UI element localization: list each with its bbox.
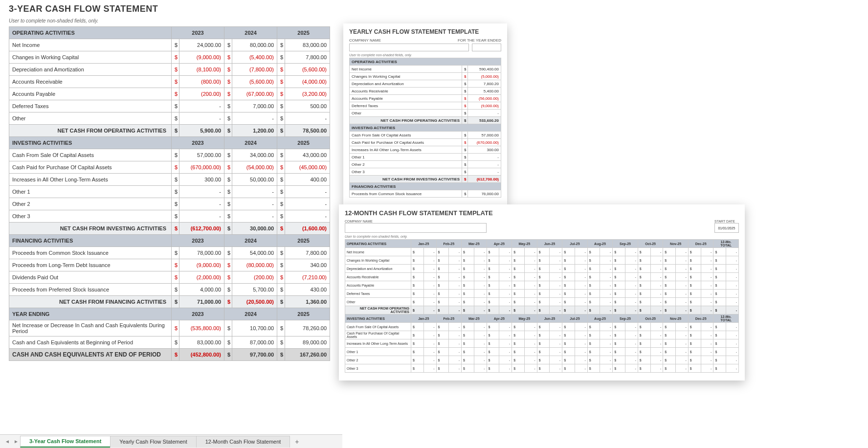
yearly-value[interactable]: - bbox=[468, 161, 501, 168]
monthly-value[interactable]: - bbox=[625, 364, 638, 373]
value-cell[interactable]: (200.00) bbox=[179, 88, 224, 100]
monthly-value[interactable]: - bbox=[726, 248, 739, 256]
monthly-value[interactable]: - bbox=[423, 290, 436, 298]
monthly-value[interactable]: - bbox=[625, 348, 638, 356]
monthly-value[interactable]: - bbox=[550, 323, 562, 331]
monthly-value[interactable]: - bbox=[726, 364, 739, 373]
monthly-value[interactable]: - bbox=[676, 331, 689, 339]
monthly-value[interactable]: - bbox=[676, 248, 689, 256]
value-cell[interactable]: (80,000.00) bbox=[232, 259, 277, 271]
monthly-value[interactable]: - bbox=[449, 331, 462, 339]
monthly-value[interactable]: - bbox=[550, 265, 562, 273]
monthly-value[interactable]: - bbox=[600, 281, 613, 290]
yearly-value[interactable]: - bbox=[468, 110, 501, 117]
value-cell[interactable]: 87,000.00 bbox=[232, 336, 277, 349]
tab-nav-next-icon[interactable]: ► bbox=[12, 437, 21, 446]
monthly-value[interactable]: - bbox=[701, 248, 713, 256]
monthly-value[interactable]: - bbox=[575, 323, 587, 331]
monthly-value[interactable]: - bbox=[600, 364, 613, 373]
monthly-value[interactable]: - bbox=[524, 348, 537, 356]
yearly-value[interactable]: 300.00 bbox=[468, 146, 501, 154]
monthly-value[interactable]: - bbox=[550, 273, 562, 281]
value-cell[interactable]: 430.00 bbox=[285, 284, 330, 296]
value-cell[interactable]: (800.00) bbox=[179, 76, 224, 88]
add-sheet-button[interactable]: + bbox=[292, 438, 302, 446]
monthly-value[interactable]: - bbox=[625, 323, 638, 331]
monthly-value[interactable]: - bbox=[524, 281, 537, 290]
value-cell[interactable]: (7,210.00) bbox=[285, 271, 330, 284]
monthly-value[interactable]: - bbox=[676, 256, 689, 265]
monthly-value[interactable]: - bbox=[499, 273, 512, 281]
monthly-value[interactable]: - bbox=[499, 331, 512, 339]
monthly-value[interactable]: - bbox=[701, 290, 713, 298]
monthly-value[interactable]: - bbox=[474, 356, 487, 364]
value-cell[interactable]: - bbox=[285, 198, 330, 210]
monthly-value[interactable]: - bbox=[650, 256, 663, 265]
monthly-value[interactable]: - bbox=[726, 281, 739, 290]
monthly-value[interactable]: - bbox=[676, 290, 689, 298]
monthly-value[interactable]: - bbox=[474, 348, 487, 356]
monthly-value[interactable]: - bbox=[474, 256, 487, 265]
monthly-value[interactable]: - bbox=[650, 364, 663, 373]
monthly-value[interactable]: - bbox=[449, 248, 462, 256]
monthly-value[interactable]: - bbox=[524, 273, 537, 281]
monthly-value[interactable]: - bbox=[423, 339, 436, 348]
monthly-value[interactable]: - bbox=[449, 298, 462, 306]
monthly-value[interactable]: - bbox=[600, 248, 613, 256]
value-cell[interactable]: 24,000.00 bbox=[179, 39, 224, 51]
monthly-value[interactable]: - bbox=[650, 273, 663, 281]
value-cell[interactable]: (8,100.00) bbox=[179, 64, 224, 76]
monthly-value[interactable]: - bbox=[600, 265, 613, 273]
value-cell[interactable]: 500.00 bbox=[285, 100, 330, 112]
monthly-value[interactable]: - bbox=[575, 339, 587, 348]
monthly-value[interactable]: - bbox=[600, 298, 613, 306]
yearly-value[interactable]: 78,000.00 bbox=[468, 190, 501, 198]
monthly-value[interactable]: - bbox=[701, 281, 713, 290]
value-cell[interactable]: (5,400.00) bbox=[232, 51, 277, 64]
monthly-value[interactable]: - bbox=[726, 256, 739, 265]
monthly-value[interactable]: - bbox=[449, 323, 462, 331]
monthly-value[interactable]: - bbox=[499, 348, 512, 356]
value-cell[interactable]: - bbox=[179, 112, 224, 125]
monthly-value[interactable]: - bbox=[600, 256, 613, 265]
monthly-value[interactable]: - bbox=[676, 356, 689, 364]
value-cell[interactable]: 400.00 bbox=[285, 174, 330, 186]
monthly-value[interactable]: - bbox=[625, 331, 638, 339]
monthly-value[interactable]: - bbox=[676, 298, 689, 306]
monthly-value[interactable]: - bbox=[625, 298, 638, 306]
monthly-value[interactable]: - bbox=[650, 290, 663, 298]
monthly-value[interactable]: - bbox=[650, 331, 663, 339]
value-cell[interactable]: (9,000.00) bbox=[179, 51, 224, 64]
value-cell[interactable]: - bbox=[179, 100, 224, 112]
monthly-value[interactable]: - bbox=[423, 364, 436, 373]
monthly-value[interactable]: - bbox=[676, 273, 689, 281]
monthly-value[interactable]: - bbox=[701, 298, 713, 306]
value-cell[interactable]: - bbox=[179, 186, 224, 198]
monthly-value[interactable]: - bbox=[676, 364, 689, 373]
monthly-value[interactable]: - bbox=[726, 323, 739, 331]
monthly-value[interactable]: - bbox=[600, 356, 613, 364]
monthly-value[interactable]: - bbox=[474, 248, 487, 256]
monthly-value[interactable]: - bbox=[676, 348, 689, 356]
monthly-value[interactable]: - bbox=[575, 298, 587, 306]
monthly-value[interactable]: - bbox=[524, 323, 537, 331]
yearly-value[interactable]: (56,000.00) bbox=[468, 95, 501, 102]
monthly-value[interactable]: - bbox=[499, 356, 512, 364]
value-cell[interactable]: - bbox=[179, 198, 224, 210]
monthly-value[interactable]: - bbox=[600, 331, 613, 339]
monthly-value[interactable]: - bbox=[499, 290, 512, 298]
tab-yearly[interactable]: Yearly Cash Flow Statement bbox=[110, 436, 196, 448]
monthly-value[interactable]: - bbox=[550, 248, 562, 256]
monthly-value[interactable]: - bbox=[449, 348, 462, 356]
monthly-value[interactable]: - bbox=[423, 356, 436, 364]
value-cell[interactable]: 54,000.00 bbox=[232, 247, 277, 259]
monthly-value[interactable]: - bbox=[499, 248, 512, 256]
value-cell[interactable]: (4,000.00) bbox=[285, 76, 330, 88]
monthly-value[interactable]: - bbox=[726, 273, 739, 281]
monthly-value[interactable]: - bbox=[701, 331, 713, 339]
monthly-value[interactable]: - bbox=[701, 256, 713, 265]
monthly-value[interactable]: - bbox=[550, 356, 562, 364]
monthly-value[interactable]: - bbox=[499, 364, 512, 373]
monthly-value[interactable]: - bbox=[701, 364, 713, 373]
monthly-value[interactable]: - bbox=[625, 281, 638, 290]
